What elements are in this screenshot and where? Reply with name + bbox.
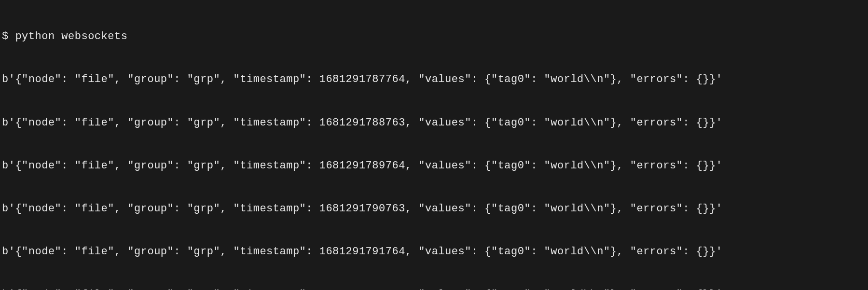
output-line: b'{"node": "file", "group": "grp", "time…	[2, 116, 866, 130]
output-line: b'{"node": "file", "group": "grp", "time…	[2, 159, 866, 173]
output-line: b'{"node": "file", "group": "grp", "time…	[2, 245, 866, 259]
command-text: python websockets	[15, 30, 127, 42]
prompt-symbol: $	[2, 30, 15, 42]
output-line: b'{"node": "file", "group": "grp", "time…	[2, 288, 866, 290]
output-line: b'{"node": "file", "group": "grp", "time…	[2, 202, 866, 216]
output-line: b'{"node": "file", "group": "grp", "time…	[2, 72, 866, 87]
command-line: $ python websockets	[2, 29, 866, 44]
terminal-window[interactable]: $ python websockets b'{"node": "file", "…	[0, 0, 868, 290]
